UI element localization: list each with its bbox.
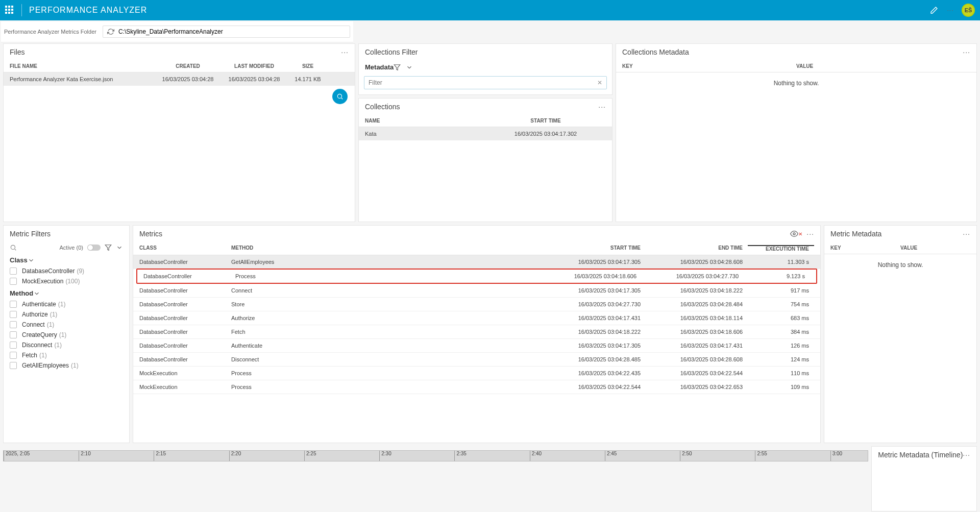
col-mm-key[interactable]: KEY [830,245,900,251]
timeline-tick: 2:15 [154,451,165,461]
col-class[interactable]: CLASS [139,245,231,252]
col-cm-value[interactable]: VALUE [796,63,970,69]
col-coll-start[interactable]: START TIME [485,118,606,124]
col-method[interactable]: METHOD [231,245,544,252]
class-filter-item[interactable]: DatabaseController (9) [10,266,123,276]
metric-meta-header: KEY VALUE [824,242,976,254]
checkbox[interactable] [10,278,17,285]
filter-funnel-icon[interactable] [394,64,401,71]
top-bar: PERFORMANCE ANALYZER ··· EŠ [0,0,980,20]
metric-method: Store [231,301,544,307]
metric-meta-timeline-more-icon[interactable]: ··· [963,451,970,459]
files-more-icon[interactable]: ··· [341,48,349,56]
metric-row[interactable]: DatabaseController Authenticate 16/03/20… [133,339,820,353]
metric-class: DatabaseController [139,329,231,335]
metric-row[interactable]: DatabaseController Process 16/03/2025 03… [136,269,817,284]
checkbox[interactable] [10,321,17,328]
chevron-down-icon[interactable] [406,64,413,71]
col-size[interactable]: SIZE [287,63,328,69]
timeline[interactable]: 2025, 2:052:102:152:202:252:302:352:402:… [3,450,868,461]
col-filename[interactable]: FILE NAME [10,63,155,69]
timeline-tick: 2:40 [530,451,542,461]
col-cm-key[interactable]: KEY [622,63,796,69]
checkbox[interactable] [10,352,17,359]
metric-filters-panel: Metric Filters Active (0) Class Database… [3,225,130,443]
col-modified[interactable]: LAST MODIFIED [221,63,287,69]
col-coll-name[interactable]: NAME [365,118,485,124]
metric-row[interactable]: DatabaseController Fetch 16/03/2025 03:0… [133,325,820,339]
avatar[interactable]: EŠ [962,4,975,17]
filter-count: (100) [65,278,80,285]
chevron-down-icon[interactable] [116,244,123,251]
folder-input[interactable] [118,28,346,35]
metric-row[interactable]: DatabaseController Connect 16/03/2025 03… [133,284,820,298]
metric-method: Process [231,370,544,376]
method-section-header[interactable]: Method [4,286,129,299]
class-filter-item[interactable]: MockExecution (100) [10,276,123,286]
collections-more-icon[interactable]: ··· [598,103,606,111]
metrics-more-icon[interactable]: ··· [806,230,814,238]
metric-method: Authorize [231,315,544,321]
coll-meta-more-icon[interactable]: ··· [963,48,970,56]
coll-filter-title: Collections Filter [365,48,418,56]
apps-icon[interactable] [5,6,14,15]
search-fab[interactable] [332,89,348,104]
col-mm-value[interactable]: VALUE [900,245,970,251]
class-section-header[interactable]: Class [4,253,129,266]
col-start[interactable]: START TIME [544,245,646,252]
collection-row[interactable]: Kata 16/03/2025 03:04:17.302 [359,127,612,140]
clear-highlight-icon[interactable]: ✕ [798,231,802,237]
filter-count: (1) [71,362,79,369]
checkbox[interactable] [10,342,17,349]
method-filter-item[interactable]: Authenticate (1) [10,299,123,309]
refresh-icon[interactable] [107,28,114,35]
method-filter-item[interactable]: CreateQuery (1) [10,330,123,340]
method-filter-item[interactable]: Authorize (1) [10,309,123,320]
metric-exec: 384 ms [748,329,814,335]
col-exec[interactable]: EXECUTION TIME [748,245,814,252]
folder-input-wrap[interactable] [103,26,350,38]
search-icon[interactable] [10,244,17,251]
active-toggle[interactable] [87,245,101,251]
metric-filters-title: Metric Filters [10,230,51,238]
metric-end: 16/03/2025 03:04:27.730 [642,273,744,279]
edit-icon[interactable] [929,5,939,15]
metadata-filter-input-wrap[interactable]: ✕ [364,76,607,89]
checkbox[interactable] [10,331,17,338]
metric-start: 16/03/2025 03:04:17.305 [544,287,646,294]
metric-row[interactable]: DatabaseController Authorize 16/03/2025 … [133,311,820,325]
col-end[interactable]: END TIME [646,245,748,252]
checkbox[interactable] [10,267,17,275]
metric-end: 16/03/2025 03:04:28.608 [646,356,748,362]
metric-row[interactable]: DatabaseController Disconnect 16/03/2025… [133,353,820,367]
metric-row[interactable]: MockExecution Process 16/03/2025 03:04:2… [133,380,820,394]
metric-row[interactable]: DatabaseController Store 16/03/2025 03:0… [133,298,820,311]
metric-meta-more-icon[interactable]: ··· [963,230,970,238]
eye-icon[interactable] [790,230,798,238]
method-filter-item[interactable]: GetAllEmployees (1) [10,360,123,371]
folder-bar: Performance Analyzer Metrics Folder [1,21,353,42]
method-filter-item[interactable]: Connect (1) [10,320,123,330]
col-created[interactable]: CREATED [155,63,221,69]
method-filter-item[interactable]: Disconnect (1) [10,340,123,350]
file-row[interactable]: Performance Analyzer Kata Exercise.json … [4,72,355,86]
checkbox[interactable] [10,362,17,369]
collections-metadata-panel: Collections Metadata ··· KEY VALUE Nothi… [616,43,977,222]
clear-filter-icon[interactable]: ✕ [597,79,602,86]
metric-row[interactable]: DatabaseController GetAllEmployees 16/03… [133,255,820,269]
method-filter-item[interactable]: Fetch (1) [10,350,123,360]
metric-method: GetAllEmployees [231,259,544,265]
clear-filters-icon[interactable] [105,244,112,251]
metadata-filter-input[interactable] [369,79,597,86]
checkbox[interactable] [10,301,17,308]
metric-exec: 109 ms [748,384,814,390]
metric-exec: 124 ms [748,356,814,362]
svg-line-3 [15,249,16,250]
more-icon[interactable]: ··· [945,5,955,15]
metric-class: DatabaseController [139,315,231,321]
metric-row[interactable]: MockExecution Process 16/03/2025 03:04:2… [133,367,820,380]
timeline-tick: 2:25 [304,451,316,461]
checkbox[interactable] [10,311,17,318]
coll-meta-nothing: Nothing to show. [616,72,976,94]
metric-meta-nothing: Nothing to show. [824,254,976,276]
